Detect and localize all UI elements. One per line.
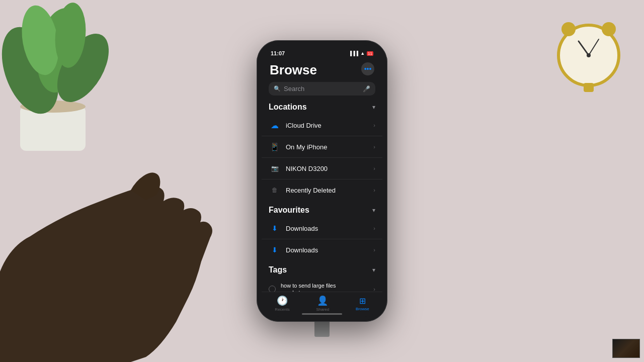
locations-list: ☁ iCloud Drive › 📱 On My iPhone › 📷 NIKO… (262, 115, 382, 201)
favourites-list: ⬇ Downloads › ⬇ Downloads › (262, 218, 382, 260)
trash-label: Recently Deleted (286, 187, 373, 194)
svg-point-13 (602, 22, 616, 36)
downloads2-chevron: › (373, 247, 375, 253)
browse-icon: ⊞ (359, 296, 366, 304)
search-placeholder: Search (284, 85, 360, 93)
tab-browse[interactable]: ⊞ Browse (356, 296, 369, 304)
favourites-collapse-icon[interactable]: ▾ (372, 207, 375, 214)
home-indicator (302, 313, 342, 315)
downloads1-icon: ⬇ (269, 222, 281, 234)
downloads1-chevron: › (373, 225, 375, 231)
search-bar[interactable]: 🔍 Search 🎤 (269, 82, 375, 96)
camera-chevron: › (373, 165, 375, 171)
location-item-iphone[interactable]: 📱 On My iPhone › (262, 136, 382, 158)
tags-title: Tags (269, 265, 287, 275)
iphone-label: On My iPhone (286, 143, 373, 151)
browse-title: Browse (270, 62, 317, 78)
downloads2-label: Downloads (286, 246, 373, 254)
locations-collapse-icon[interactable]: ▾ (372, 104, 375, 111)
hand-overlay (0, 70, 242, 362)
shared-icon: 👤 (317, 295, 328, 304)
browse-header: Browse ••• (262, 58, 382, 80)
icloud-icon: ☁ (269, 119, 281, 131)
search-icon: 🔍 (274, 85, 281, 92)
favourites-header: Favourites ▾ (262, 204, 382, 218)
location-item-icloud[interactable]: ☁ iCloud Drive › (262, 115, 382, 136)
phone: 11:07 ▐▐▐ ▲ 11 Browse ••• 🔍 Search (257, 40, 387, 322)
tab-bar: 🕐 Recents 👤 Shared ⊞ Browse (262, 292, 382, 304)
location-item-camera[interactable]: 📷 NIKON D3200 › (262, 158, 382, 179)
iphone-chevron: › (373, 144, 375, 150)
downloads1-label: Downloads (286, 225, 373, 232)
tags-collapse-icon[interactable]: ▾ (372, 266, 375, 274)
tab-shared[interactable]: 👤 Shared (316, 295, 329, 304)
favourite-item-downloads2[interactable]: ⬇ Downloads › (262, 239, 382, 260)
screen-content[interactable]: Browse ••• 🔍 Search 🎤 Locations ▾ (262, 58, 382, 304)
svg-rect-11 (584, 83, 594, 92)
clock-decoration (548, 5, 629, 98)
camera-icon: 📷 (269, 162, 281, 174)
svg-point-12 (561, 22, 576, 36)
tags-header: Tags ▾ (262, 263, 382, 278)
locations-header: Locations ▾ (262, 101, 382, 115)
iphone-icon: 📱 (269, 141, 281, 153)
phone-screen: 11:07 ▐▐▐ ▲ 11 Browse ••• 🔍 Search (262, 45, 382, 317)
status-time: 11:07 (271, 50, 285, 56)
thumbnail-preview (612, 339, 640, 358)
favourite-item-downloads1[interactable]: ⬇ Downloads › (262, 218, 382, 239)
trash-chevron: › (373, 187, 375, 193)
mic-icon: 🎤 (363, 85, 370, 93)
battery-icon: 11 (367, 51, 373, 56)
trash-icon: 🗑 (269, 184, 281, 196)
signal-icon: ▐▐▐ (349, 51, 358, 56)
location-item-trash[interactable]: 🗑 Recently Deleted › (262, 179, 382, 201)
phone-outer: 11:07 ▐▐▐ ▲ 11 Browse ••• 🔍 Search (257, 40, 387, 322)
tab-recents[interactable]: 🕐 Recents (275, 295, 289, 304)
more-button[interactable]: ••• (361, 62, 374, 75)
icloud-label: iCloud Drive (286, 122, 373, 129)
favourites-title: Favourites (269, 206, 309, 215)
locations-title: Locations (269, 103, 307, 112)
wifi-icon: ▲ (360, 51, 365, 56)
icloud-chevron: › (373, 122, 375, 128)
recents-icon: 🕐 (277, 295, 288, 304)
status-icons: ▐▐▐ ▲ 11 (349, 51, 373, 56)
downloads2-icon: ⬇ (269, 244, 281, 256)
camera-label: NIKON D3200 (286, 165, 373, 172)
status-bar: 11:07 ▐▐▐ ▲ 11 (262, 45, 382, 58)
